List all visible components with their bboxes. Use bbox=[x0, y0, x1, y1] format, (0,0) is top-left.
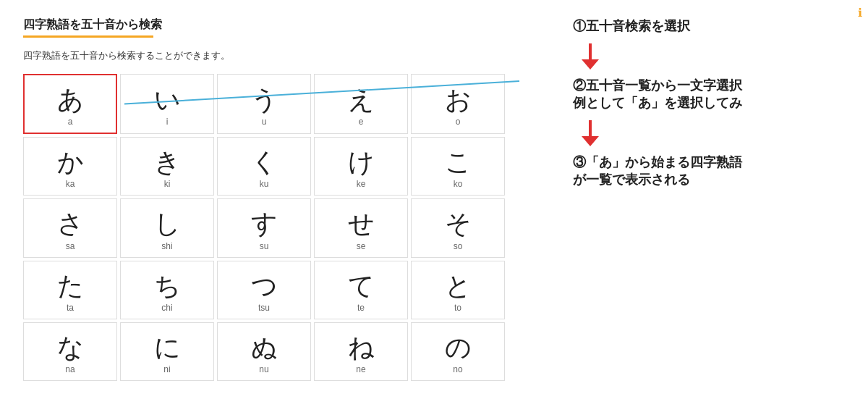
kana-cell-そ[interactable]: そso bbox=[411, 198, 505, 257]
left-panel: 四字熟語を五十音から検索 四字熟語を五十音から検索することができます。 あaいi… bbox=[0, 0, 550, 407]
kana-roman: ne bbox=[356, 364, 365, 374]
kana-roman: u bbox=[262, 117, 267, 127]
right-panel: ℹ ①五十音検索を選択 ②五十音一覧から一文字選択 例として「あ」を選択してみ … bbox=[550, 0, 868, 407]
svg-marker-4 bbox=[582, 136, 599, 146]
step3-container: ③「あ」から始まる四字熟語 が一覧で表示される bbox=[573, 154, 845, 188]
kana-char: し bbox=[154, 208, 181, 239]
kana-roman: ke bbox=[357, 179, 366, 189]
kana-char: う bbox=[251, 84, 278, 115]
page-title: 四字熟語を五十音から検索 bbox=[23, 17, 527, 33]
kana-cell-つ[interactable]: つtsu bbox=[217, 261, 311, 319]
step1-label: ①五十音検索を選択 bbox=[573, 17, 845, 35]
kana-cell-な[interactable]: なna bbox=[23, 322, 117, 381]
kana-roman: i bbox=[166, 117, 169, 127]
kana-roman: no bbox=[453, 364, 462, 374]
kana-roman: sa bbox=[66, 241, 75, 251]
kana-char: つ bbox=[251, 270, 278, 301]
kana-cell-す[interactable]: すsu bbox=[217, 198, 311, 257]
kana-cell-し[interactable]: しshi bbox=[120, 198, 214, 257]
step3-label: ③「あ」から始まる四字熟語 が一覧で表示される bbox=[573, 154, 845, 188]
kana-char: か bbox=[57, 146, 84, 177]
kana-roman: su bbox=[260, 241, 269, 251]
kana-roman: ko bbox=[454, 179, 463, 189]
kana-char: に bbox=[154, 332, 181, 363]
kana-roman: ta bbox=[67, 303, 74, 313]
kana-roman: tsu bbox=[258, 303, 270, 313]
kana-char: い bbox=[154, 84, 181, 115]
kana-cell-ね[interactable]: ねne bbox=[314, 322, 408, 381]
kana-roman: e bbox=[359, 117, 364, 127]
kana-roman: se bbox=[357, 241, 366, 251]
kana-cell-え[interactable]: えe bbox=[314, 74, 408, 134]
kana-roman: so bbox=[454, 241, 463, 251]
arrow2 bbox=[579, 120, 845, 146]
kana-roman: te bbox=[357, 303, 365, 313]
kana-char: て bbox=[348, 270, 375, 301]
kana-cell-こ[interactable]: こko bbox=[411, 137, 505, 196]
kana-cell-け[interactable]: けke bbox=[314, 137, 408, 196]
kana-roman: shi bbox=[161, 241, 172, 251]
kana-roman: ku bbox=[260, 179, 269, 189]
kana-roman: ka bbox=[66, 179, 75, 189]
kana-char: あ bbox=[57, 84, 84, 115]
kana-char: け bbox=[348, 146, 375, 177]
kana-char: き bbox=[154, 146, 181, 177]
kana-roman: ni bbox=[163, 364, 170, 374]
step2-container: ②五十音一覧から一文字選択 例として「あ」を選択してみ bbox=[573, 77, 845, 112]
kana-cell-さ[interactable]: さsa bbox=[23, 198, 117, 257]
kana-cell-に[interactable]: にni bbox=[120, 322, 214, 381]
kana-roman: o bbox=[456, 117, 461, 127]
kana-roman: chi bbox=[161, 303, 172, 313]
kana-cell-く[interactable]: くku bbox=[217, 137, 311, 196]
kana-char: え bbox=[348, 84, 375, 115]
kana-cell-い[interactable]: いi bbox=[120, 74, 214, 134]
kana-char: と bbox=[445, 270, 472, 301]
kana-roman: a bbox=[68, 117, 73, 127]
kana-char: す bbox=[251, 208, 278, 239]
kana-char: の bbox=[445, 332, 472, 363]
kana-char: ね bbox=[348, 332, 375, 363]
kana-char: く bbox=[251, 146, 278, 177]
kana-roman: to bbox=[454, 303, 461, 313]
kana-cell-あ[interactable]: あa bbox=[23, 74, 117, 134]
kana-cell-て[interactable]: てte bbox=[314, 261, 408, 319]
kana-char: せ bbox=[348, 208, 375, 239]
description: 四字熟語を五十音から検索することができます。 bbox=[23, 49, 527, 62]
kana-cell-の[interactable]: のno bbox=[411, 322, 505, 381]
title-underline bbox=[23, 35, 153, 38]
info-icon[interactable]: ℹ bbox=[858, 6, 862, 20]
kana-roman: ki bbox=[164, 179, 171, 189]
kana-cell-お[interactable]: おo bbox=[411, 74, 505, 134]
kana-cell-き[interactable]: きki bbox=[120, 137, 214, 196]
kana-char: ち bbox=[154, 270, 181, 301]
kana-char: そ bbox=[445, 208, 472, 239]
kana-cell-と[interactable]: とto bbox=[411, 261, 505, 319]
kana-cell-た[interactable]: たta bbox=[23, 261, 117, 319]
kana-cell-う[interactable]: うu bbox=[217, 74, 311, 134]
kana-roman: na bbox=[65, 364, 75, 374]
kana-roman: nu bbox=[259, 364, 268, 374]
arrow1 bbox=[579, 43, 845, 70]
kana-char: お bbox=[445, 84, 472, 115]
kana-cell-ぬ[interactable]: ぬnu bbox=[217, 322, 311, 381]
kana-cell-か[interactable]: かka bbox=[23, 137, 117, 196]
kana-char: な bbox=[57, 332, 84, 363]
kana-char: こ bbox=[445, 146, 472, 177]
kana-cell-せ[interactable]: せse bbox=[314, 198, 408, 257]
kana-char: た bbox=[57, 270, 84, 301]
step1-container: ①五十音検索を選択 bbox=[573, 17, 845, 35]
kana-char: さ bbox=[57, 208, 84, 239]
svg-marker-2 bbox=[582, 59, 599, 70]
kana-char: ぬ bbox=[251, 332, 278, 363]
gojuon-grid: あaいiうuえeおoかkaきkiくkuけkeこkoさsaしshiすsuせseそs… bbox=[23, 74, 527, 381]
kana-cell-ち[interactable]: ちchi bbox=[120, 261, 214, 319]
step2-label: ②五十音一覧から一文字選択 例として「あ」を選択してみ bbox=[573, 77, 845, 112]
